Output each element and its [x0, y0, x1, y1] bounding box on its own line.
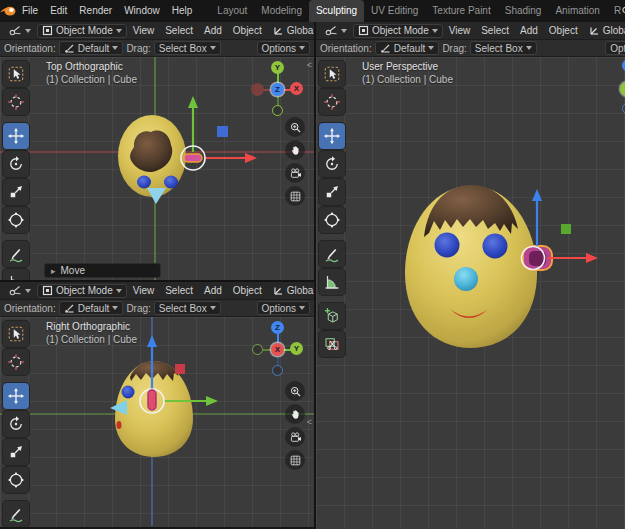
tool-annotate[interactable]: [3, 241, 29, 267]
menu-add[interactable]: Add: [515, 25, 543, 36]
tool-move[interactable]: [3, 383, 29, 409]
transform-orientation-dropdown[interactable]: Global: [268, 284, 314, 298]
camera-view-button[interactable]: [285, 427, 305, 447]
gizmo-axis-y[interactable]: [620, 82, 625, 96]
gizmo-x-arrowhead[interactable]: [245, 153, 257, 163]
orientation-dropdown[interactable]: Default: [59, 41, 124, 55]
camera-view-button[interactable]: [285, 163, 305, 183]
tool-move[interactable]: [319, 123, 345, 149]
gizmo-plane-handle[interactable]: [561, 224, 571, 234]
menu-object[interactable]: Object: [228, 25, 267, 36]
gizmo-axis-y-neg[interactable]: [252, 344, 263, 355]
mode-dropdown[interactable]: Object Mode: [37, 24, 127, 38]
gizmo-y-arrowhead[interactable]: [206, 396, 218, 406]
tool-extrude-cut[interactable]: [319, 331, 345, 357]
gizmo-z-arrowhead[interactable]: [147, 335, 157, 347]
tool-rotate[interactable]: [3, 411, 29, 437]
menu-object[interactable]: Object: [544, 25, 583, 36]
zoom-button[interactable]: [285, 381, 305, 401]
axis-navigation-gizmo[interactable]: Y Z X: [250, 61, 306, 119]
gizmo-y-arrowhead[interactable]: [188, 96, 198, 108]
tool-cursor[interactable]: [3, 89, 29, 115]
gizmo-axis-z[interactable]: Z: [622, 59, 625, 72]
zoom-button[interactable]: [285, 117, 305, 137]
tab-modeling[interactable]: Modeling: [254, 0, 309, 22]
gizmo-axis-z[interactable]: Z: [271, 83, 284, 96]
gizmo-axis-y[interactable]: Y: [271, 61, 284, 74]
options-dropdown[interactable]: Options: [257, 41, 310, 55]
tab-uv-editing[interactable]: UV Editing: [364, 0, 425, 22]
transform-orientation-dropdown[interactable]: Global: [268, 24, 314, 38]
gizmo-axis-z-neg[interactable]: [272, 365, 283, 376]
ear-object-selected[interactable]: [184, 154, 202, 162]
drag-dropdown[interactable]: Select Box: [154, 301, 221, 315]
options-dropdown[interactable]: Options: [257, 301, 310, 315]
menu-window[interactable]: Window: [118, 0, 166, 22]
viewport-top-canvas[interactable]: Top Orthographic (1) Collection | Cube: [0, 57, 314, 280]
egg-object[interactable]: [118, 115, 186, 204]
orientation-dropdown[interactable]: Default: [59, 301, 124, 315]
tool-scale[interactable]: [3, 179, 29, 205]
pan-hand-button[interactable]: [285, 404, 305, 424]
tool-measure[interactable]: [319, 269, 345, 295]
drag-dropdown[interactable]: Select Box: [470, 41, 537, 55]
tool-annotate[interactable]: [3, 501, 29, 527]
transform-orientation-dropdown[interactable]: Global: [584, 24, 625, 38]
drag-dropdown[interactable]: Select Box: [154, 41, 221, 55]
menu-view[interactable]: View: [444, 25, 476, 36]
menu-select[interactable]: Select: [476, 25, 514, 36]
mode-dropdown[interactable]: Object Mode: [37, 284, 127, 298]
grid-ortho-button[interactable]: [285, 450, 305, 470]
gizmo-z-arrowhead[interactable]: [532, 189, 542, 201]
egg-object[interactable]: [405, 185, 537, 348]
gizmo-axis-x[interactable]: X: [271, 343, 284, 356]
viewport-right-canvas[interactable]: Right Orthographic (1) Collection | Cube: [0, 317, 314, 527]
editor-type-button[interactable]: [4, 24, 36, 38]
menu-select[interactable]: Select: [160, 25, 198, 36]
gizmo-plane-handle[interactable]: [217, 126, 228, 137]
tool-transform[interactable]: [319, 207, 345, 233]
menu-select[interactable]: Select: [160, 285, 198, 296]
tab-shading[interactable]: Shading: [498, 0, 549, 22]
grid-ortho-button[interactable]: [285, 186, 305, 206]
axis-navigation-gizmo[interactable]: Z X: [601, 59, 625, 117]
scene-selector[interactable]: Scene: [621, 5, 625, 17]
menu-file[interactable]: File: [16, 0, 44, 22]
tool-scale[interactable]: [3, 439, 29, 465]
tool-cursor[interactable]: [3, 349, 29, 375]
gizmo-axis-y[interactable]: Y: [290, 342, 303, 355]
tool-measure[interactable]: [3, 269, 29, 280]
tool-add-cube[interactable]: [319, 303, 345, 329]
gizmo-axis-y-neg[interactable]: [272, 105, 283, 116]
tool-tweak-select[interactable]: [319, 61, 345, 87]
tool-tweak-select[interactable]: [3, 321, 29, 347]
tool-transform[interactable]: [3, 207, 29, 233]
menu-view[interactable]: View: [128, 285, 160, 296]
gizmo-axis-z-neg[interactable]: [622, 103, 625, 114]
pan-hand-button[interactable]: [285, 140, 305, 160]
tab-rendering-cut[interactable]: R: [607, 0, 621, 22]
axis-navigation-gizmo[interactable]: Z X Y: [250, 321, 306, 379]
tab-animation[interactable]: Animation: [548, 0, 606, 22]
editor-type-button[interactable]: [4, 284, 36, 298]
sidebar-toggle[interactable]: <: [307, 417, 312, 427]
gizmo-axis-z[interactable]: Z: [271, 321, 284, 334]
sidebar-toggle[interactable]: <: [307, 60, 312, 70]
tool-rotate[interactable]: [319, 151, 345, 177]
mode-dropdown[interactable]: Object Mode: [353, 24, 443, 38]
gizmo-axis-x-neg[interactable]: [251, 83, 264, 96]
options-dropdown[interactable]: Options: [605, 41, 625, 55]
menu-object[interactable]: Object: [228, 285, 267, 296]
tool-annotate[interactable]: [319, 241, 345, 267]
menu-help[interactable]: Help: [166, 0, 199, 22]
menu-add[interactable]: Add: [199, 285, 227, 296]
tab-layout[interactable]: Layout: [210, 0, 254, 22]
tool-move[interactable]: [3, 123, 29, 149]
tool-scale[interactable]: [319, 179, 345, 205]
gizmo-x-arrowhead[interactable]: [586, 253, 598, 263]
ear-object-selected[interactable]: [148, 390, 156, 410]
menu-edit[interactable]: Edit: [44, 0, 73, 22]
tool-tweak-select[interactable]: [3, 61, 29, 87]
menu-view[interactable]: View: [128, 25, 160, 36]
move-operator-panel[interactable]: ▸ Move: [44, 263, 161, 278]
